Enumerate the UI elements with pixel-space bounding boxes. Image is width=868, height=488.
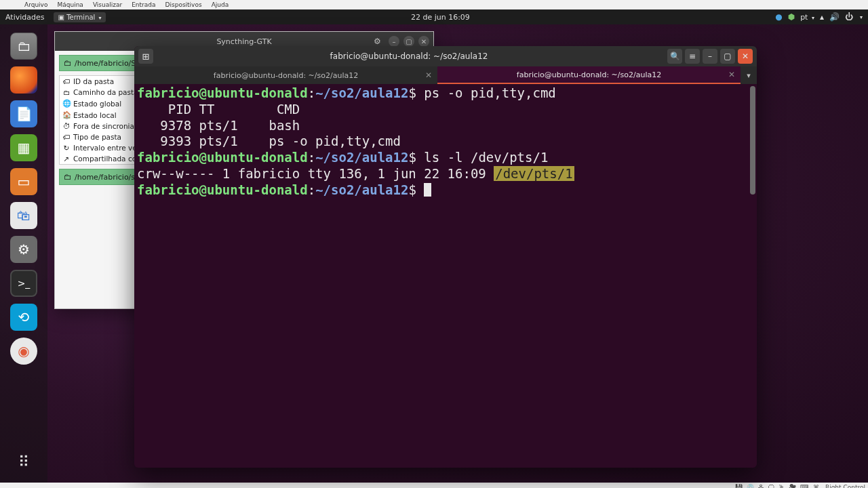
terminal-tab-active[interactable]: fabricio@ubuntu-donald: ~/so2/aula12 ✕	[437, 66, 741, 84]
vbox-indicator-icon[interactable]: ⌨	[800, 484, 809, 488]
dock-terminal[interactable]: >_	[10, 270, 37, 297]
indicator-icon[interactable]: ⬢	[788, 12, 795, 22]
tab-close-icon[interactable]: ✕	[425, 70, 432, 80]
terminal-content[interactable]: fabricio@ubuntu-donald:~/so2/aula12$ ps …	[134, 84, 757, 468]
dock-writer[interactable]: 📄	[10, 100, 37, 127]
vbox-menu-item[interactable]: Arquivo	[24, 1, 47, 8]
vbox-indicator-icon[interactable]: 🖵	[768, 484, 774, 488]
dock-show-apps[interactable]: ⠿	[18, 453, 29, 470]
minimize-button[interactable]: –	[703, 49, 717, 64]
vbox-host-key: ⌘ Right Control	[813, 484, 865, 488]
vbox-menu-item[interactable]: Ajuda	[212, 1, 229, 8]
clock[interactable]: 22 de jun 16:09	[106, 13, 776, 22]
terminal-icon: ▣	[58, 14, 64, 21]
dock-ubuntu[interactable]: ◉	[10, 338, 37, 365]
highlighted-path: /dev/pts/1	[494, 166, 574, 181]
terminal-tab[interactable]: fabricio@ubuntu-donald: ~/so2/aula12 ✕	[134, 66, 437, 84]
network-icon[interactable]: ▴	[820, 12, 824, 22]
tag-icon: 🏷	[62, 77, 71, 85]
dock-syncthing[interactable]: ⟲	[10, 304, 37, 331]
clock-icon: ⏱	[62, 122, 71, 130]
maximize-button[interactable]: ▢	[720, 49, 735, 64]
terminal-tabbar: fabricio@ubuntu-donald: ~/so2/aula12 ✕ f…	[134, 66, 757, 84]
keyboard-layout[interactable]: pt ▾	[800, 13, 814, 22]
window-title: fabricio@ubuntu-donald: ~/so2/aula12	[153, 52, 665, 61]
home-icon: 🏠	[62, 110, 71, 119]
vbox-menu-item[interactable]: Entrada	[132, 1, 155, 8]
dock-software[interactable]: 🛍	[10, 202, 37, 229]
input-source-indicator[interactable]: ●	[775, 12, 782, 22]
vbox-host-menubar[interactable]: Arquivo Máquina Visualizar Entrada Dispo…	[0, 0, 868, 9]
vbox-menu-item[interactable]: Dispositivos	[165, 1, 202, 8]
chevron-down-icon[interactable]: ▾	[860, 14, 863, 20]
app-menu[interactable]: ▣ Terminal ▾	[54, 12, 105, 22]
gnome-top-panel: Atividades ▣ Terminal ▾ 22 de jun 16:09 …	[0, 9, 868, 24]
dock-settings[interactable]: ⚙	[10, 236, 37, 263]
vbox-indicator-icon[interactable]: 🖰	[778, 484, 785, 488]
cursor	[424, 183, 431, 197]
tag-icon: 🏷	[62, 133, 71, 141]
output-line: 9378 pts/1 bash	[137, 118, 754, 134]
output-line: PID TT CMD	[137, 102, 754, 118]
vbox-menu-item[interactable]: Visualizar	[93, 1, 122, 8]
tab-close-icon[interactable]: ✕	[728, 70, 735, 79]
maximize-button[interactable]: ▢	[403, 36, 414, 47]
tabs-dropdown[interactable]: ▾	[741, 66, 757, 84]
output-line: crw--w---- 1 fabricio tty 136, 1 jun 22 …	[137, 166, 754, 182]
vbox-status-bar: 💾 💿 🖧 🖵 🖰 🎥 ⌨ ⌘ Right Control	[0, 483, 868, 488]
hamburger-menu[interactable]: ≡	[685, 49, 700, 64]
chevron-down-icon: ▾	[99, 15, 102, 21]
dock-calc[interactable]: ▦	[10, 134, 37, 161]
ubuntu-desktop: Atividades ▣ Terminal ▾ 22 de jun 16:09 …	[0, 9, 868, 483]
output-line: 9393 pts/1 ps -o pid,tty,cmd	[137, 134, 754, 150]
search-button[interactable]: 🔍	[667, 49, 682, 64]
vbox-indicator-icon[interactable]: 🖧	[758, 484, 764, 488]
gnome-terminal-window[interactable]: ⊞ fabricio@ubuntu-donald: ~/so2/aula12 🔍…	[134, 46, 757, 468]
terminal-titlebar[interactable]: ⊞ fabricio@ubuntu-donald: ~/so2/aula12 🔍…	[134, 46, 757, 66]
command-text: ps -o pid,tty,cmd	[424, 85, 555, 100]
volume-icon[interactable]: 🔊	[829, 12, 840, 22]
minimize-button[interactable]: –	[389, 36, 399, 47]
dock-files[interactable]: 🗀	[10, 33, 37, 60]
dock-firefox[interactable]	[10, 66, 37, 94]
gear-icon[interactable]: ⚙	[374, 37, 381, 46]
vbox-indicator-icon[interactable]: 💾	[735, 484, 743, 488]
refresh-icon: ↻	[62, 144, 71, 152]
vbox-indicator-icon[interactable]: 🎥	[789, 484, 796, 488]
globe-icon: 🌐	[62, 99, 71, 108]
vbox-indicator-icon[interactable]: 💿	[747, 484, 754, 488]
activities-button[interactable]: Atividades	[5, 13, 44, 22]
window-title: Syncthing-GTK	[216, 37, 271, 46]
close-button[interactable]: ✕	[418, 36, 429, 47]
power-icon[interactable]: ⏻	[845, 12, 853, 22]
share-icon: ↗	[62, 155, 71, 163]
gnome-dock: 🗀 📄 ▦ ▭ 🛍 ⚙ >_ ⟲ ◉ ⠿	[0, 24, 47, 483]
folder-icon: 🗀	[62, 88, 71, 96]
command-text: ls -l /dev/pts/1	[424, 150, 548, 165]
new-tab-button[interactable]: ⊞	[138, 49, 153, 64]
scrollbar[interactable]	[750, 86, 755, 195]
close-button[interactable]: ✕	[738, 49, 753, 64]
dock-impress[interactable]: ▭	[10, 168, 37, 195]
vbox-menu-item[interactable]: Máquina	[57, 1, 83, 8]
